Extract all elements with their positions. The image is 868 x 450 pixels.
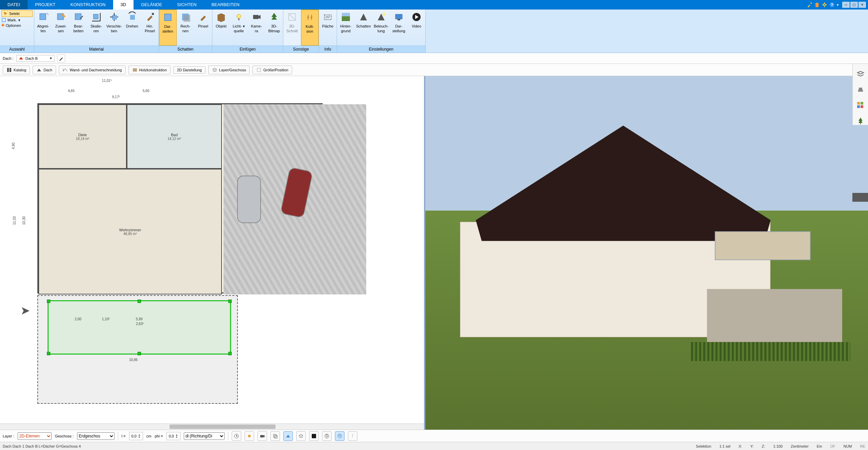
dl-select[interactable]: dl (Richtung/Di bbox=[184, 432, 225, 440]
mark-button[interactable]: Mark.▾ bbox=[1, 18, 33, 22]
dach-button[interactable]: Dach bbox=[33, 66, 56, 74]
svg-rect-29 bbox=[133, 70, 137, 71]
3d-view-pane[interactable] bbox=[425, 76, 868, 430]
sun-toggle-icon[interactable] bbox=[245, 431, 254, 441]
status-z: Z: bbox=[762, 444, 765, 448]
ribbon-einfuegen-1[interactable]: Licht- ▾quelle bbox=[230, 10, 248, 46]
ribbon-einstellungen-0[interactable]: Hinter-grund bbox=[337, 10, 355, 46]
ribbon-schatten-2[interactable]: Pinsel bbox=[194, 10, 212, 46]
group-title-sonstige: Sonstige bbox=[283, 46, 319, 53]
ribbon-group-schatten: Dar-stellenRech-nenPinsel Schatten bbox=[159, 10, 212, 53]
ribbon-einstellungen-1[interactable]: Schatten bbox=[355, 10, 372, 46]
ribbon-einfuegen-0[interactable]: Objekt bbox=[212, 10, 230, 46]
layers-icon[interactable] bbox=[856, 70, 865, 78]
snap-n-toggle-icon[interactable]: N bbox=[335, 431, 344, 441]
svg-rect-22 bbox=[342, 16, 350, 21]
layers-toggle-icon[interactable] bbox=[296, 431, 306, 441]
ribbon-material-3[interactable]: Skalie-ren bbox=[87, 10, 105, 46]
svg-rect-31 bbox=[857, 102, 860, 105]
svg-rect-8 bbox=[112, 15, 117, 20]
menu-tab-3d[interactable]: 3D bbox=[113, 0, 134, 10]
dim-label: 4,65 bbox=[68, 89, 74, 93]
settings-icon[interactable] bbox=[822, 2, 827, 7]
pencil-icon bbox=[59, 56, 64, 61]
svg-rect-7 bbox=[93, 14, 98, 19]
ribbon-schatten-1[interactable]: Rech-nen bbox=[177, 10, 194, 46]
status-ratio: 1:1 sel bbox=[720, 444, 730, 448]
svg-rect-23 bbox=[342, 13, 350, 16]
ribbon-einfuegen-3[interactable]: 3D-Bitmap bbox=[265, 10, 283, 46]
katalog-button[interactable]: Katalog bbox=[3, 66, 30, 74]
trash-icon[interactable] bbox=[814, 2, 820, 7]
svg-rect-16 bbox=[253, 15, 259, 19]
menu-tab-datei[interactable]: DATEI bbox=[0, 0, 28, 10]
group-title-info: Info bbox=[319, 46, 337, 53]
dropdown-icon[interactable]: ▾ bbox=[837, 3, 839, 7]
groesse-position-button[interactable]: Größe/Position bbox=[252, 66, 292, 74]
layer-geschoss-button[interactable]: Layer/Geschoss bbox=[208, 66, 250, 74]
ribbon-einstellungen-3[interactable]: Dar-stellung bbox=[390, 10, 408, 46]
color-palette-icon[interactable] bbox=[856, 101, 865, 109]
maximize-button[interactable]: □ bbox=[850, 2, 858, 8]
plan-view-pane[interactable]: 11,01⁵ 4,65 5,60 9,17⁵ 4,90 11,03 10,30 … bbox=[0, 76, 425, 430]
selection-rectangle[interactable] bbox=[48, 300, 231, 355]
l-input[interactable]: 0,0▲▼ bbox=[129, 432, 143, 440]
copy-toggle-icon[interactable] bbox=[270, 431, 280, 441]
snap-s-toggle-icon[interactable]: S bbox=[322, 431, 332, 441]
layer-select[interactable]: 2D-Elemen bbox=[18, 432, 52, 440]
ribbon-material-0[interactable]: Abgrei-fen bbox=[34, 10, 52, 46]
group-title-schatten: Schatten bbox=[159, 46, 212, 53]
ribbon-group-info: m²Fläche Info bbox=[319, 10, 337, 53]
horizontal-scrollbar[interactable] bbox=[0, 424, 424, 430]
dim-label: 11,03 bbox=[13, 216, 16, 225]
grid-toggle-icon[interactable] bbox=[309, 431, 319, 441]
menu-tab-projekt[interactable]: PROJEKT bbox=[28, 0, 63, 10]
side-panel-handle[interactable] bbox=[852, 193, 868, 202]
svg-rect-32 bbox=[861, 102, 863, 105]
shade-toggle-icon[interactable] bbox=[283, 431, 293, 441]
selekt-button[interactable]: Selekt bbox=[1, 10, 33, 17]
ribbon-material-4[interactable]: Verschie-ben bbox=[105, 10, 123, 46]
wand-dach-button[interactable]: Wand- und Dachverschneidung bbox=[59, 66, 126, 74]
svg-rect-38 bbox=[260, 435, 264, 437]
ribbon-einstellungen-2[interactable]: Beleuch-tung bbox=[372, 10, 390, 46]
dim-label: 2,00 bbox=[75, 317, 81, 321]
status-unit: Zentimeter bbox=[791, 444, 809, 448]
ribbon-material-6[interactable]: Hin.Pinsel bbox=[141, 10, 159, 46]
tree-icon[interactable] bbox=[856, 117, 865, 125]
dim-label: 10,86 bbox=[129, 358, 138, 362]
ribbon-einstellungen-4[interactable]: Video bbox=[408, 10, 425, 46]
room-wohnzimmer: Wohnzimmer48,85 m² bbox=[38, 169, 222, 294]
edit-context-button[interactable] bbox=[57, 54, 65, 62]
phi-input[interactable]: 0,0▲▼ bbox=[166, 432, 180, 440]
2d-darstellung-button[interactable]: 2D Darstellung bbox=[173, 66, 206, 74]
more-toggle-icon[interactable]: ⋮ bbox=[348, 431, 357, 441]
ribbon-material-5[interactable]: Drehen bbox=[123, 10, 141, 46]
ribbon-schatten-0[interactable]: Dar-stellen bbox=[159, 10, 177, 46]
tools-icon[interactable] bbox=[807, 2, 812, 7]
minimize-button[interactable]: – bbox=[842, 2, 850, 8]
svg-rect-30 bbox=[257, 68, 261, 72]
help-icon[interactable]: ? bbox=[829, 2, 835, 7]
dim-label: 1,10⁵ bbox=[102, 317, 110, 321]
dach-selector[interactable]: Dach B ▾ bbox=[16, 55, 54, 62]
close-button[interactable]: × bbox=[858, 2, 866, 8]
ribbon-einfuegen-2[interactable]: Kame-ra bbox=[248, 10, 265, 46]
ribbon-sonstige-1[interactable]: Kolli-sion bbox=[301, 10, 319, 46]
ribbon-sonstige-0[interactable]: 3D-Schnitt bbox=[283, 10, 301, 46]
ribbon-info-0[interactable]: m²Fläche bbox=[319, 10, 337, 46]
holz-button[interactable]: Holzkonstruktion bbox=[128, 66, 171, 74]
menu-tab-sichten[interactable]: SICHTEN bbox=[170, 0, 204, 10]
furniture-icon[interactable] bbox=[856, 86, 865, 94]
optionen-button[interactable]: ✚ Optionen bbox=[1, 23, 33, 28]
clock-toggle-icon[interactable] bbox=[232, 431, 241, 441]
svg-rect-28 bbox=[133, 69, 137, 70]
geschoss-select[interactable]: Erdgeschos bbox=[77, 432, 114, 440]
menu-tab-gelaende[interactable]: GELÄNDE bbox=[134, 0, 170, 10]
titlebar-tools: ? ▾ bbox=[807, 0, 842, 10]
menu-tab-bearbeiten[interactable]: BEARBEITEN bbox=[204, 0, 247, 10]
camera-toggle-icon[interactable] bbox=[258, 431, 267, 441]
menu-tab-konstruktion[interactable]: KONSTRUKTION bbox=[63, 0, 113, 10]
ribbon-material-2[interactable]: Bear-beiten bbox=[70, 10, 87, 46]
ribbon-material-1[interactable]: Zuwei-sen bbox=[52, 10, 70, 46]
